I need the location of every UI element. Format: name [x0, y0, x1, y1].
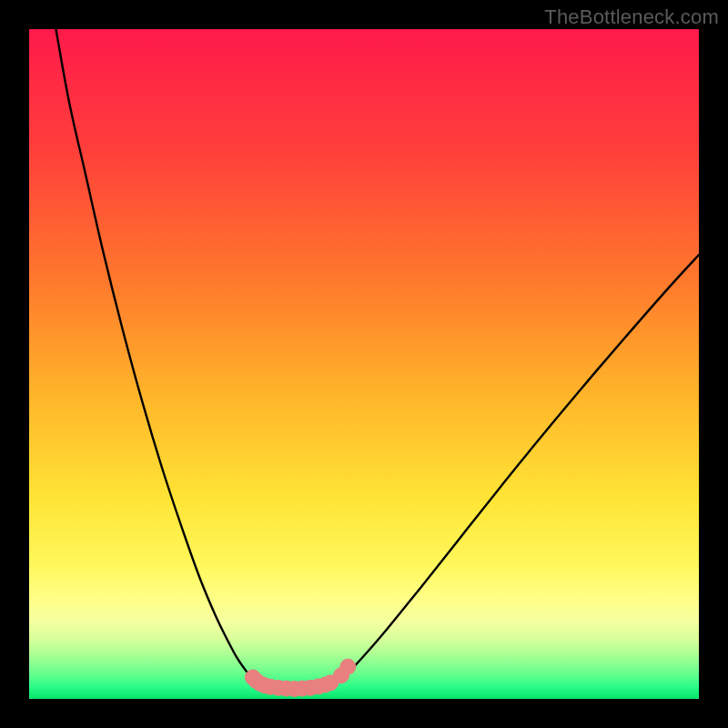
curve-right-branch	[338, 255, 699, 681]
plot-area	[29, 29, 699, 699]
data-marker	[340, 659, 356, 674]
curve-left-branch	[56, 29, 270, 687]
watermark-text: TheBottleneck.com	[544, 5, 719, 29]
chart-frame: TheBottleneck.com	[0, 0, 728, 728]
curve-layer	[29, 29, 699, 699]
marker-cluster	[245, 659, 356, 696]
